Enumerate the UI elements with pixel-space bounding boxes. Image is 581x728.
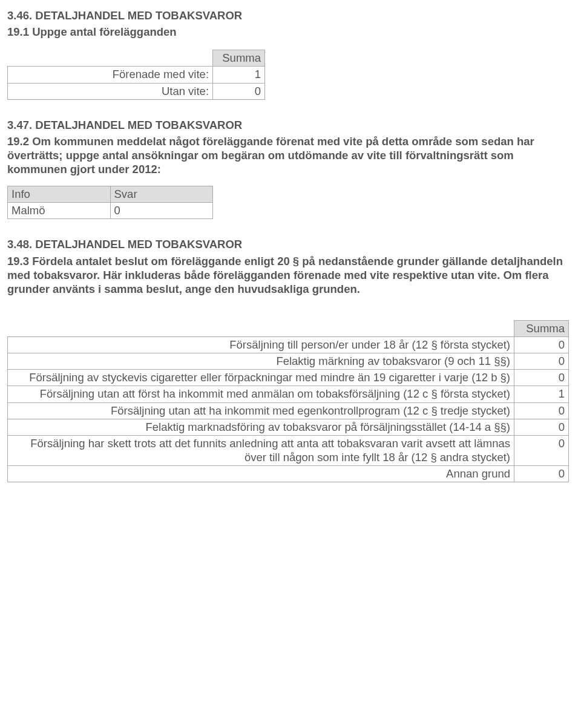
table-348-row3-value: 1 <box>514 386 569 402</box>
table-347-col1: Info <box>8 186 111 203</box>
table-348-row4-value: 0 <box>514 402 569 419</box>
table-346-row0-label: Förenade med vite: <box>8 67 213 83</box>
section-348-para: 19.3 Fördela antalet beslut om förelägga… <box>7 254 574 296</box>
table-346: Summa Förenade med vite: 1 Utan vite: 0 <box>7 50 265 99</box>
section-347-title: 3.47. DETALJHANDEL MED TOBAKSVAROR <box>7 118 574 132</box>
table-348-row6-value: 0 <box>514 435 569 465</box>
table-348-row0-label: Försäljning till person/er under 18 år (… <box>8 337 514 353</box>
table-348-header: Summa <box>514 320 569 336</box>
table-row: Försäljning till person/er under 18 år (… <box>8 337 569 353</box>
table-347-row-value: 0 <box>110 203 212 219</box>
table-348-row4-label: Försäljning utan att ha inkommit med ege… <box>8 402 514 419</box>
table-347-row-label: Malmö <box>8 203 111 219</box>
table-346-row1-value: 0 <box>213 83 265 99</box>
table-row: Felaktig marknadsföring av tobaksvaror p… <box>8 419 569 435</box>
table-348-row2-value: 0 <box>514 370 569 386</box>
table-row: Försäljning utan att först ha inkommit m… <box>8 386 569 402</box>
table-346-row0-value: 1 <box>213 67 265 83</box>
table-row: Felaktig märkning av tobaksvaror (9 och … <box>8 353 569 370</box>
table-row: Försäljning har skett trots att det funn… <box>8 435 569 465</box>
table-346-row1-label: Utan vite: <box>8 83 213 99</box>
table-348: Summa Försäljning till person/er under 1… <box>7 320 569 482</box>
table-348-row2-label: Försäljning av styckevis cigaretter elle… <box>8 370 514 386</box>
table-row: Malmö 0 <box>8 203 213 219</box>
table-348-row5-value: 0 <box>514 419 569 435</box>
table-348-row1-value: 0 <box>514 353 569 370</box>
table-348-row6-label: Försäljning har skett trots att det funn… <box>8 435 514 465</box>
table-row: Förenade med vite: 1 <box>8 67 265 83</box>
table-347-col2: Svar <box>110 186 212 203</box>
section-346-subtitle: 19.1 Uppge antal förelägganden <box>7 25 574 39</box>
section-347-para: 19.2 Om kommunen meddelat något förelägg… <box>7 134 574 176</box>
table-348-row1-label: Felaktig märkning av tobaksvaror (9 och … <box>8 353 514 370</box>
table-346-header: Summa <box>213 50 265 67</box>
table-row: Försäljning av styckevis cigaretter elle… <box>8 370 569 386</box>
section-348-title: 3.48. DETALJHANDEL MED TOBAKSVAROR <box>7 237 574 251</box>
table-348-row7-label: Annan grund <box>8 466 514 482</box>
table-348-row0-value: 0 <box>514 337 569 353</box>
table-347: Info Svar Malmö 0 <box>7 186 213 219</box>
table-348-row7-value: 0 <box>514 466 569 482</box>
table-row: Försäljning utan att ha inkommit med ege… <box>8 402 569 419</box>
table-348-row3-label: Försäljning utan att först ha inkommit m… <box>8 386 514 402</box>
section-346-title: 3.46. DETALJHANDEL MED TOBAKSVAROR <box>7 8 574 22</box>
table-row: Utan vite: 0 <box>8 83 265 99</box>
table-row: Annan grund 0 <box>8 466 569 482</box>
table-348-row5-label: Felaktig marknadsföring av tobaksvaror p… <box>8 419 514 435</box>
